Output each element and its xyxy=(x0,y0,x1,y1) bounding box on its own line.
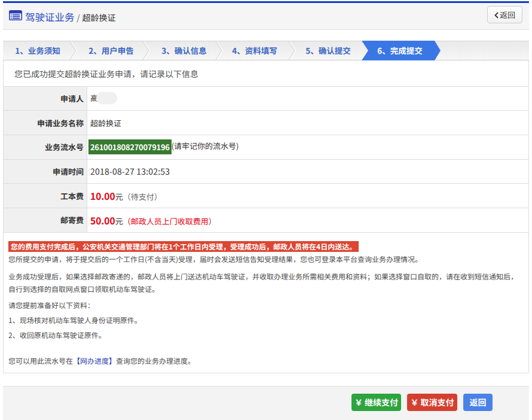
svg-text:4、资料填写: 4、资料填写 xyxy=(232,44,277,56)
svg-text:5、确认提交: 5、确认提交 xyxy=(305,44,350,56)
svg-text:3、确认信息: 3、确认信息 xyxy=(161,44,206,56)
svg-text:6、完成提交: 6、完成提交 xyxy=(377,44,422,56)
svg-text:2、用户申告: 2、用户申告 xyxy=(88,44,133,56)
svg-text:1、业务须知: 1、业务须知 xyxy=(15,44,60,56)
